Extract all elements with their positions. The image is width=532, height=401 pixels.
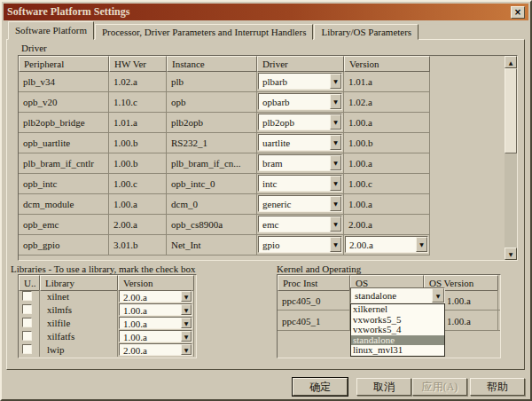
- library-checkbox[interactable]: [22, 304, 32, 314]
- combo-value: plbarb: [259, 74, 330, 89]
- ok-button[interactable]: 确定: [293, 378, 348, 396]
- driver-combo[interactable]: gpio▼: [258, 236, 342, 253]
- column-header-hw-ver: HW Ver: [109, 56, 167, 72]
- library-checkbox[interactable]: [22, 344, 32, 354]
- library-version-combo[interactable]: 1.00.a▼: [119, 317, 192, 329]
- combo-value: bram: [259, 155, 330, 170]
- dropdown-arrow-icon[interactable]: ▼: [330, 196, 341, 211]
- library-row: xilmfs 1.00.a▼: [19, 303, 196, 317]
- cell-instance: plb_bram_if_cn...: [167, 153, 257, 173]
- cell-peripheral: plb2opb_bridge: [19, 113, 109, 132]
- vertical-scrollbar[interactable]: ▲ ▼: [505, 56, 517, 260]
- library-checkbox[interactable]: [22, 291, 32, 301]
- scrollbar-thumb[interactable]: [505, 68, 517, 153]
- cell-peripheral: plb_v34: [19, 72, 109, 91]
- table-row: dcm_module 1.00.a dcm_0 generic▼ 1.00.a: [19, 194, 430, 215]
- driver-combo[interactable]: generic▼: [258, 195, 342, 212]
- version-combo[interactable]: 2.00.a▼: [345, 236, 428, 253]
- cell-hw-ver: 3.01.b: [109, 235, 167, 255]
- dropdown-arrow-icon[interactable]: ▼: [330, 216, 341, 232]
- cell-peripheral: plb_bram_if_cntlr: [19, 153, 109, 173]
- column-header-use: U..: [19, 275, 40, 291]
- library-version-combo[interactable]: 2.00.a▼: [119, 290, 192, 303]
- cell-library-name: xilfatfs: [40, 330, 118, 343]
- titlebar[interactable]: Software Platform Settings ×: [4, 4, 528, 20]
- table-row: opb_uartlite 1.00.b RS232_1 uartlite▼ 1.…: [19, 133, 430, 153]
- library-checkbox[interactable]: [22, 318, 32, 327]
- cell-peripheral: opb_uartlite: [19, 133, 109, 153]
- cell-version: 1.00.a: [344, 153, 430, 173]
- dropdown-arrow-icon[interactable]: ▼: [432, 288, 444, 303]
- cell-peripheral: opb_intc: [19, 174, 109, 193]
- dropdown-arrow-icon[interactable]: ▼: [330, 74, 341, 89]
- apply-button[interactable]: 应用(A): [412, 378, 467, 396]
- dropdown-arrow-icon[interactable]: ▼: [181, 318, 192, 328]
- os-option-vxworks5-5[interactable]: vxworks5_5: [351, 315, 444, 326]
- library-checkbox[interactable]: [22, 331, 32, 341]
- tab-software-platform[interactable]: Software Platform: [8, 21, 94, 40]
- cell-hw-ver: 1.10.c: [109, 92, 167, 112]
- driver-table-header: Peripheral HW Ver Instance Driver Versio…: [19, 56, 505, 72]
- driver-combo[interactable]: bram▼: [258, 154, 342, 171]
- dropdown-arrow-icon[interactable]: ▼: [330, 155, 341, 170]
- driver-combo[interactable]: uartlite▼: [258, 134, 342, 151]
- driver-combo[interactable]: plb2opb▼: [258, 114, 342, 130]
- cell-peripheral: dcm_module: [19, 194, 109, 214]
- cell-library-name: lwip: [40, 343, 118, 357]
- tab-processor-driver-parameters[interactable]: Processor, Driver Parameters and Interru…: [95, 24, 313, 40]
- scroll-down-icon[interactable]: ▼: [505, 248, 517, 260]
- combo-value: 1.00.a: [120, 318, 181, 328]
- help-button[interactable]: 帮助: [470, 378, 525, 396]
- dialog-window: Software Platform Settings × Software Pl…: [0, 0, 532, 401]
- combo-value: 1.00.a: [120, 304, 181, 315]
- driver-combo[interactable]: opbarb▼: [258, 93, 342, 110]
- window-title: Software Platform Settings: [7, 5, 129, 19]
- column-header-driver: Driver: [257, 56, 344, 72]
- driver-combo[interactable]: emc▼: [258, 216, 342, 232]
- cell-version: 1.01.a: [344, 72, 430, 91]
- kernel-section-label: Kernel and Operating: [277, 263, 361, 274]
- dropdown-arrow-icon[interactable]: ▼: [181, 291, 192, 302]
- os-option-standalone[interactable]: standalone: [351, 335, 444, 346]
- dropdown-arrow-icon[interactable]: ▼: [181, 344, 192, 355]
- dropdown-arrow-icon[interactable]: ▼: [181, 304, 192, 315]
- library-version-combo[interactable]: 1.00.a▼: [119, 303, 192, 316]
- cell-instance: dcm_0: [167, 194, 257, 214]
- dropdown-arrow-icon[interactable]: ▼: [330, 94, 341, 109]
- dropdown-arrow-icon[interactable]: ▼: [330, 135, 341, 150]
- library-version-combo[interactable]: 1.00.a▼: [119, 330, 192, 342]
- scroll-up-icon[interactable]: ▲: [505, 56, 517, 68]
- os-option-linux-mvl31[interactable]: linux_mvl31: [351, 345, 444, 356]
- os-option-xilkernel[interactable]: xilkernel: [351, 304, 444, 315]
- driver-combo[interactable]: intc▼: [258, 175, 342, 192]
- dropdown-arrow-icon[interactable]: ▼: [330, 114, 341, 130]
- os-combo[interactable]: standalone ▼: [350, 287, 445, 303]
- driver-table-body: plb_v34 1.02.a plb plbarb▼ 1.01.a opb_v2…: [19, 72, 430, 260]
- cell-library-name: xilnet: [40, 290, 118, 303]
- cell-hw-ver: 1.00.a: [109, 194, 167, 214]
- libraries-section-label: Libraries - To use a library, mark the c…: [11, 263, 195, 274]
- library-version-combo[interactable]: 2.00.a▼: [119, 343, 192, 356]
- combo-value: 2.00.a: [120, 291, 181, 302]
- dropdown-arrow-icon[interactable]: ▼: [330, 237, 341, 252]
- column-header-peripheral: Peripheral: [19, 56, 109, 72]
- table-row: plb_v34 1.02.a plb plbarb▼ 1.01.a: [19, 72, 430, 92]
- dropdown-arrow-icon[interactable]: ▼: [330, 176, 341, 191]
- cell-version: 1.00.a: [344, 194, 430, 214]
- table-row: opb_intc 1.00.c opb_intc_0 intc▼ 1.00.c: [19, 174, 430, 194]
- cell-hw-ver: 1.02.a: [109, 72, 167, 91]
- dropdown-arrow-icon[interactable]: ▼: [181, 331, 192, 342]
- driver-combo[interactable]: plbarb▼: [258, 73, 342, 90]
- library-row: xilfile 1.00.a▼: [19, 317, 196, 330]
- os-option-vxworks5-4[interactable]: vxworks5_4: [351, 325, 444, 335]
- column-header-instance: Instance: [167, 56, 257, 72]
- library-row: xilfatfs 1.00.a▼: [19, 330, 196, 343]
- tab-library-os-parameters[interactable]: Library/OS Parameters: [314, 24, 419, 40]
- dropdown-arrow-icon[interactable]: ▼: [416, 237, 427, 252]
- column-header-library: Library: [40, 275, 118, 291]
- cell-proc-inst: ppc405_1: [278, 311, 350, 330]
- close-button[interactable]: ×: [511, 6, 525, 19]
- cancel-button[interactable]: 取消: [356, 378, 411, 396]
- combo-value: plb2opb: [259, 114, 330, 130]
- combo-value: gpio: [259, 237, 330, 252]
